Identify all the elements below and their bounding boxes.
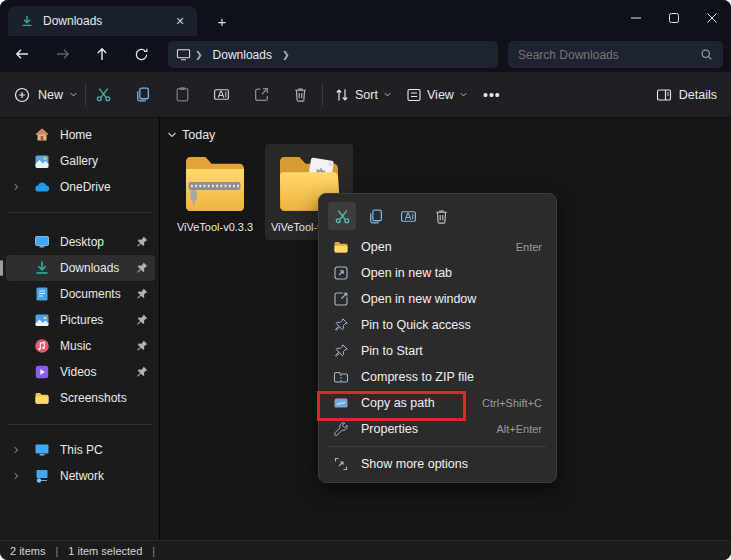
minimize-button[interactable] (617, 0, 655, 36)
tab-title: Downloads (43, 14, 171, 28)
back-button[interactable] (6, 42, 38, 66)
wrench-icon (333, 421, 349, 437)
this-pc-icon (176, 47, 191, 62)
menu-item-open[interactable]: Open Enter (319, 234, 556, 260)
copy-as-path-annotation (317, 391, 466, 421)
videos-icon (34, 364, 50, 380)
chevron-down-icon (459, 90, 468, 99)
context-menu: Open Enter Open in new tab Open in new w… (318, 193, 557, 483)
folder-icon (333, 239, 349, 255)
sidebar-item-music[interactable]: Music (6, 333, 155, 359)
tab-close-button[interactable]: ✕ (171, 12, 189, 30)
paste-button[interactable] (164, 78, 200, 112)
delete-button[interactable] (282, 78, 318, 112)
sidebar-item-home[interactable]: Home (6, 122, 155, 148)
onedrive-icon (34, 179, 50, 195)
new-button[interactable]: New (14, 87, 78, 103)
download-icon (34, 260, 50, 276)
sidebar-item-downloads[interactable]: Downloads (6, 255, 155, 281)
forward-button[interactable] (47, 42, 79, 66)
sort-icon (334, 87, 350, 103)
sidebar-separator (8, 212, 151, 213)
menu-separator (329, 446, 546, 447)
menu-item-pin-quick-access[interactable]: Pin to Quick access (319, 312, 556, 338)
cut-button[interactable] (85, 78, 121, 112)
sidebar-item-gallery[interactable]: Gallery (6, 148, 155, 174)
menu-item-open-new-tab[interactable]: Open in new tab (319, 260, 556, 286)
sidebar-item-this-pc[interactable]: This PC (6, 437, 155, 463)
chevron-down-icon[interactable] (167, 130, 177, 140)
menu-item-pin-to-start[interactable]: Pin to Start (319, 338, 556, 364)
open-new-window-icon (333, 291, 349, 307)
pin-icon (135, 365, 149, 379)
delete-button[interactable] (427, 202, 455, 230)
address-bar[interactable]: ❯ Downloads ❯ (168, 41, 498, 68)
home-icon (34, 127, 50, 143)
open-new-tab-icon (333, 265, 349, 281)
tab-downloads[interactable]: Downloads ✕ (8, 6, 197, 36)
search-box[interactable] (508, 41, 723, 68)
details-button[interactable]: Details (656, 87, 717, 103)
copy-button[interactable] (124, 78, 160, 112)
pictures-icon (34, 312, 50, 328)
sidebar-item-documents[interactable]: Documents (6, 281, 155, 307)
sort-label: Sort (355, 88, 378, 102)
menu-item-open-new-window[interactable]: Open in new window (319, 286, 556, 312)
chevron-right-icon[interactable] (6, 472, 26, 480)
chevron-down-icon (69, 90, 78, 99)
breadcrumb-chevron: ❯ (195, 50, 203, 60)
view-icon (406, 87, 422, 103)
status-bar: 2 items | 1 item selected | (0, 540, 731, 560)
music-icon (34, 338, 50, 354)
sidebar-item-videos[interactable]: Videos (6, 359, 155, 385)
network-icon (34, 468, 50, 484)
group-header-today[interactable]: Today (167, 126, 731, 144)
close-button[interactable] (693, 0, 731, 36)
sidebar-item-desktop[interactable]: Desktop (6, 229, 155, 255)
chevron-down-icon (383, 90, 392, 99)
show-more-icon (333, 456, 349, 472)
view-button[interactable]: View (406, 87, 468, 103)
breadcrumb-downloads[interactable]: Downloads (213, 48, 272, 62)
pin-icon (135, 339, 149, 353)
pin-icon (135, 235, 149, 249)
plus-circle-icon (14, 87, 30, 103)
rename-button[interactable] (394, 202, 422, 230)
sidebar-item-pictures[interactable]: Pictures (6, 307, 155, 333)
search-icon (700, 48, 713, 61)
chevron-right-icon[interactable] (6, 446, 26, 454)
sidebar-item-screenshots[interactable]: Screenshots (6, 385, 155, 411)
menu-item-show-more[interactable]: Show more options (319, 451, 556, 477)
quick-actions-row (319, 198, 556, 234)
sidebar-item-onedrive[interactable]: OneDrive (6, 174, 155, 200)
pin-icon (135, 287, 149, 301)
rename-button[interactable] (203, 78, 239, 112)
menu-item-compress-zip[interactable]: Compress to ZIP file (319, 364, 556, 390)
pin-icon (135, 313, 149, 327)
title-bar: Downloads ✕ + (0, 0, 731, 36)
refresh-button[interactable] (125, 42, 157, 66)
more-options-button[interactable]: ••• (483, 87, 501, 103)
sidebar-item-network[interactable]: Network (6, 463, 155, 489)
details-pane-icon (656, 87, 672, 103)
items-count: 2 items (10, 545, 45, 557)
maximize-button[interactable] (655, 0, 693, 36)
cut-button[interactable] (328, 202, 356, 230)
window-controls (617, 0, 731, 36)
pin-icon (135, 261, 149, 275)
chevron-right-icon[interactable] (6, 183, 26, 191)
navigation-bar: ❯ Downloads ❯ (0, 36, 731, 72)
sidebar-separator (8, 424, 151, 425)
file-item-zip[interactable]: ViVeTool-v0.3.3 (171, 144, 259, 240)
up-button[interactable] (86, 42, 118, 66)
sort-button[interactable]: Sort (334, 87, 392, 103)
share-button[interactable] (243, 78, 279, 112)
download-icon (20, 14, 34, 28)
selected-count: 1 item selected (68, 545, 142, 557)
search-input[interactable] (518, 48, 700, 62)
view-label: View (427, 88, 454, 102)
navigation-pane: Home Gallery OneDrive Desktop (0, 118, 160, 540)
copy-button[interactable] (361, 202, 389, 230)
new-tab-button[interactable]: + (207, 6, 237, 36)
computer-icon (34, 442, 50, 458)
